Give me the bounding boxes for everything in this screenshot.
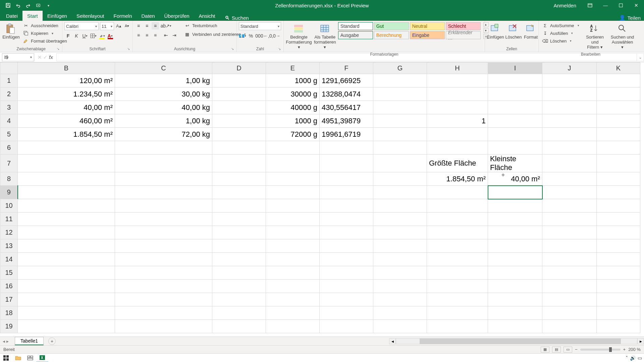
cell-D5[interactable]	[212, 128, 266, 141]
cell-J10[interactable]	[542, 199, 597, 213]
cell-C3[interactable]: 40,00 kg	[115, 101, 212, 114]
align-top-icon[interactable]: ≡	[135, 22, 142, 29]
cell-I4[interactable]	[488, 114, 542, 128]
shrink-font-icon[interactable]: A▾	[123, 22, 130, 29]
cell-F9[interactable]	[320, 186, 373, 199]
cell-H14[interactable]	[427, 253, 488, 266]
cell-F5[interactable]: 19961,6719	[320, 128, 373, 141]
row-header-1[interactable]: 1	[0, 74, 18, 87]
zoom-slider[interactable]	[580, 349, 621, 351]
add-sheet-button[interactable]: +	[48, 338, 56, 345]
cell-E16[interactable]	[266, 280, 320, 293]
cell-B13[interactable]	[18, 239, 115, 253]
zoom-in-icon[interactable]: +	[623, 347, 626, 352]
cell-F19[interactable]	[320, 320, 373, 333]
cell-B1[interactable]: 120,00 m²	[18, 74, 115, 87]
cell-E3[interactable]: 40000 g	[266, 101, 320, 114]
format-cells-button[interactable]: Format	[523, 22, 538, 41]
row-header-7[interactable]: 7	[0, 155, 18, 172]
style-standard[interactable]: Standard	[338, 22, 373, 30]
cell-C13[interactable]	[115, 239, 212, 253]
cell-F4[interactable]: 4951,39879	[320, 114, 373, 128]
cell-F6[interactable]	[320, 141, 373, 155]
cell-C15[interactable]	[115, 266, 212, 280]
cell-C9[interactable]	[115, 186, 212, 199]
row-header-3[interactable]: 3	[0, 101, 18, 114]
cell-G1[interactable]	[373, 74, 427, 87]
cell-G16[interactable]	[373, 280, 427, 293]
row-header-12[interactable]: 12	[0, 226, 18, 239]
cell-F17[interactable]	[320, 293, 373, 306]
cell-B9[interactable]	[18, 186, 115, 199]
cell-E18[interactable]	[266, 306, 320, 320]
number-format-select[interactable]: Standard▾	[239, 22, 281, 30]
cell-C5[interactable]: 72,00 kg	[115, 128, 212, 141]
cut-button[interactable]: ✂Ausschneiden	[21, 22, 68, 29]
cell-E7[interactable]	[266, 155, 320, 172]
tray-chevron-icon[interactable]: ˄	[626, 355, 628, 361]
scroll-left-icon[interactable]: ◂	[389, 338, 396, 344]
style-bad[interactable]: Schlecht	[446, 22, 481, 30]
align-middle-icon[interactable]: ≡	[143, 22, 151, 29]
cell-J18[interactable]	[542, 306, 597, 320]
cell-J17[interactable]	[542, 293, 597, 306]
cell-F3[interactable]: 430,556417	[320, 101, 373, 114]
cell-F1[interactable]: 1291,66925	[320, 74, 373, 87]
minimize-icon[interactable]: —	[598, 0, 613, 11]
cell-D12[interactable]	[212, 226, 266, 239]
cell-C10[interactable]	[115, 199, 212, 213]
cell-D16[interactable]	[212, 280, 266, 293]
share-button[interactable]: Teilen	[628, 15, 641, 21]
cell-H3[interactable]	[427, 101, 488, 114]
style-good[interactable]: Gut	[374, 22, 409, 30]
cell-F15[interactable]	[320, 266, 373, 280]
align-right-icon[interactable]: ≡	[152, 32, 159, 39]
cell-K11[interactable]	[597, 213, 640, 226]
cell-K9[interactable]	[597, 186, 640, 199]
style-calc[interactable]: Berechnung	[374, 31, 409, 39]
cell-C14[interactable]	[115, 253, 212, 266]
cell-F13[interactable]	[320, 239, 373, 253]
next-sheet-icon[interactable]: ▸	[6, 339, 9, 344]
tray-network-icon[interactable]: ▭	[638, 355, 642, 361]
cell-K14[interactable]	[597, 253, 640, 266]
fx-icon[interactable]: fx	[49, 54, 53, 60]
cell-I10[interactable]	[488, 199, 542, 213]
cell-E15[interactable]	[266, 266, 320, 280]
cell-G4[interactable]	[373, 114, 427, 128]
zoom-label[interactable]: 200 %	[628, 347, 641, 352]
tab-home[interactable]: Start	[22, 11, 43, 21]
cell-J11[interactable]	[542, 213, 597, 226]
cell-B2[interactable]: 1.234,50 m²	[18, 87, 115, 101]
row-header-6[interactable]: 6	[0, 141, 18, 155]
cell-G6[interactable]	[373, 141, 427, 155]
cell-J13[interactable]	[542, 239, 597, 253]
col-header-B[interactable]: B	[18, 63, 115, 74]
cell-H16[interactable]	[427, 280, 488, 293]
tab-data[interactable]: Daten	[137, 11, 160, 21]
cell-F12[interactable]	[320, 226, 373, 239]
col-header-C[interactable]: C	[115, 63, 212, 74]
cell-K10[interactable]	[597, 199, 640, 213]
col-header-G[interactable]: G	[373, 63, 427, 74]
cell-C8[interactable]	[115, 172, 212, 186]
launcher-icon[interactable]: ↘	[278, 47, 281, 51]
tab-formulas[interactable]: Formeln	[109, 11, 137, 21]
cell-I5[interactable]	[488, 128, 542, 141]
cell-I19[interactable]	[488, 320, 542, 333]
page-break-view-icon[interactable]: ▭	[564, 347, 572, 353]
style-neutral[interactable]: Neutral	[410, 22, 445, 30]
cell-G8[interactable]	[373, 172, 427, 186]
cell-I13[interactable]	[488, 239, 542, 253]
italic-icon[interactable]: K	[73, 32, 80, 40]
tab-view[interactable]: Ansicht	[194, 11, 220, 21]
cell-D1[interactable]	[212, 74, 266, 87]
cell-E5[interactable]: 72000 g	[266, 128, 320, 141]
cell-E9[interactable]	[266, 186, 320, 199]
align-center-icon[interactable]: ≡	[143, 32, 151, 39]
cell-K1[interactable]	[597, 74, 640, 87]
row-header-5[interactable]: 5	[0, 128, 18, 141]
search-box[interactable]: 🔍︎ Suchen	[220, 15, 254, 21]
cell-E8[interactable]	[266, 172, 320, 186]
cell-K8[interactable]	[597, 172, 640, 186]
